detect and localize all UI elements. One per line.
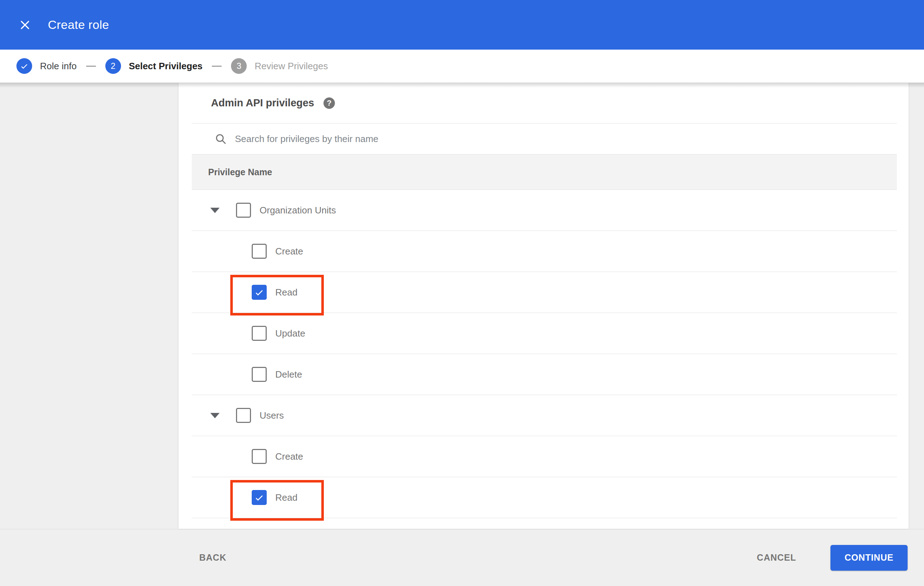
privilege-label: Update <box>275 328 305 339</box>
privilege-label: Users <box>259 410 284 421</box>
x-glyph <box>19 19 31 31</box>
checkbox-users-read-checked[interactable] <box>252 490 267 505</box>
step-label: Role info <box>40 61 77 72</box>
step-review-privileges[interactable]: 3 Review Privileges <box>231 58 328 74</box>
privilege-row-users: Users <box>192 395 897 436</box>
step-label: Select Privileges <box>129 61 203 72</box>
help-icon[interactable]: ? <box>323 97 335 109</box>
search-row <box>192 123 897 154</box>
step-complete-check-icon <box>16 58 32 74</box>
search-icon <box>214 132 227 145</box>
privilege-label: Read <box>275 287 297 298</box>
close-icon[interactable] <box>14 14 36 36</box>
continue-button[interactable]: CONTINUE <box>830 545 908 571</box>
create-role-dialog: Create role Role info 2 Select Privilege… <box>0 0 924 586</box>
privilege-search-input[interactable] <box>235 133 735 145</box>
back-button[interactable]: BACK <box>199 553 226 563</box>
dialog-title: Create role <box>48 18 109 32</box>
cancel-button[interactable]: CANCEL <box>757 553 796 563</box>
right-gutter <box>909 83 924 529</box>
checkbox-update[interactable] <box>252 326 267 341</box>
privilege-label: Organization Units <box>259 205 336 216</box>
step-role-info[interactable]: Role info <box>16 58 77 74</box>
section-title: Admin API privileges <box>211 97 314 109</box>
step-number: 2 <box>105 58 121 74</box>
step-connector <box>212 66 222 67</box>
checkbox-create[interactable] <box>252 244 267 259</box>
section-title-row: Admin API privileges ? <box>192 83 897 123</box>
privileges-panel: Admin API privileges ? Privilege Name <box>178 83 909 529</box>
collapse-triangle-icon[interactable] <box>210 413 219 418</box>
checkbox-delete[interactable] <box>252 367 267 382</box>
panel-bottom-filler <box>192 518 897 529</box>
privilege-label: Create <box>275 451 303 462</box>
privilege-row-users-create: Create <box>192 436 897 477</box>
privilege-label: Create <box>275 246 303 257</box>
collapse-triangle-icon[interactable] <box>210 208 219 213</box>
step-label: Review Privileges <box>254 61 328 72</box>
step-number: 3 <box>231 58 247 74</box>
table-header-row: Privilege Name <box>192 154 897 190</box>
privilege-row-users-read: Read <box>192 477 897 518</box>
privilege-row-create: Create <box>192 231 897 272</box>
checkbox-users[interactable] <box>236 408 251 423</box>
privilege-label: Delete <box>275 369 302 380</box>
privilege-row-update: Update <box>192 313 897 354</box>
step-connector <box>86 66 96 67</box>
checkbox-organization-units[interactable] <box>236 203 251 218</box>
privilege-row-delete: Delete <box>192 354 897 395</box>
column-header: Privilege Name <box>208 167 272 177</box>
dialog-header: Create role <box>0 0 924 49</box>
privilege-label: Read <box>275 492 297 503</box>
dialog-footer: BACK CANCEL CONTINUE <box>0 529 924 586</box>
privilege-row-read: Read <box>192 272 897 313</box>
dialog-body: Admin API privileges ? Privilege Name <box>0 83 924 529</box>
step-select-privileges[interactable]: 2 Select Privileges <box>105 58 203 74</box>
checkbox-users-create[interactable] <box>252 449 267 464</box>
privilege-row-organization-units: Organization Units <box>192 190 897 231</box>
left-gutter <box>0 83 178 529</box>
stepper: Role info 2 Select Privileges 3 Review P… <box>0 49 924 83</box>
checkbox-read-checked[interactable] <box>252 285 267 300</box>
